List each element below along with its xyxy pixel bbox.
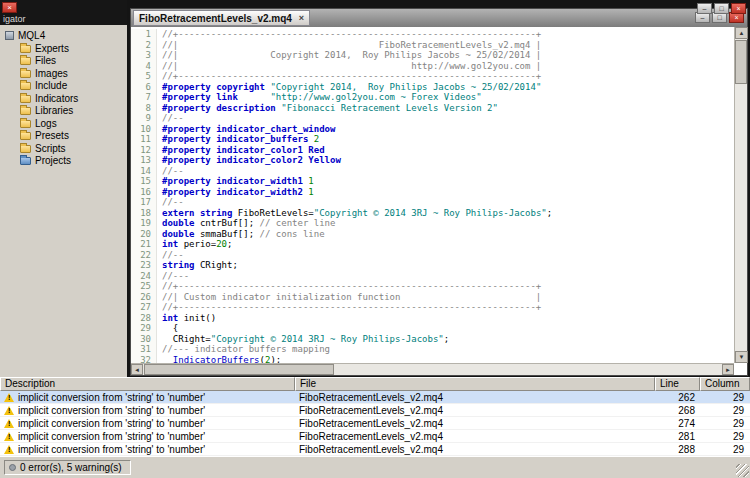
horizontal-scroll-thumb[interactable] [144, 364, 334, 375]
column-header-file[interactable]: File [295, 377, 655, 391]
code-line[interactable]: 1//+------------------------------------… [131, 29, 734, 40]
code-text: #property indicator_color2 Yellow [157, 155, 341, 166]
horizontal-scrollbar[interactable]: ◄ ► [131, 363, 734, 375]
vertical-scrollbar[interactable]: ▲ ▼ [734, 27, 747, 363]
code-token: //-- [162, 250, 184, 260]
code-line[interactable]: 21int perio=20; [131, 239, 734, 250]
warning-row[interactable]: implicit conversion from 'string' to 'nu… [0, 391, 750, 404]
folder-icon [20, 145, 31, 153]
sidebar-item-scripts[interactable]: Scripts [0, 142, 127, 155]
navigator-title: igator [3, 14, 26, 24]
code-token: "Copyright 2014, Roy Philips Jacobs ~ 25… [270, 82, 541, 92]
maximize-button[interactable]: □ [714, 3, 729, 14]
sidebar-item-images[interactable]: Images [0, 67, 127, 80]
sidebar-item-label: Files [35, 55, 56, 66]
code-token: #property indicator_color2 Yellow [162, 155, 341, 165]
code-token: 2 [314, 134, 319, 144]
folder-icon [20, 107, 31, 115]
line-number: 24 [131, 271, 157, 282]
close-button[interactable]: × [731, 3, 746, 14]
line-number: 5 [131, 71, 157, 82]
code-line[interactable]: 12#property indicator_color1 Red [131, 145, 734, 156]
warning-description: implicit conversion from 'string' to 'nu… [18, 404, 205, 416]
code-line[interactable]: 28int init() [131, 313, 734, 324]
code-line[interactable]: 30 CRight="Copyright © 2014 3RJ ~ Roy Ph… [131, 334, 734, 345]
code-line[interactable]: 19double cntrBuf[]; // center line [131, 218, 734, 229]
code-line[interactable]: 7#property link "http://www.gol2you.com … [131, 92, 734, 103]
code-text: #property indicator_width1 1 [157, 176, 314, 187]
sidebar-item-mql4[interactable]: MQL4 [0, 28, 127, 42]
warning-row[interactable]: implicit conversion from 'string' to 'nu… [0, 404, 750, 417]
sidebar-item-indicators[interactable]: Indicators [0, 92, 127, 105]
code-line[interactable]: 5//+------------------------------------… [131, 71, 734, 82]
warning-description-cell: implicit conversion from 'string' to 'nu… [0, 443, 295, 455]
line-number: 30 [131, 334, 157, 345]
sidebar-item-libraries[interactable]: Libraries [0, 105, 127, 118]
warning-description: implicit conversion from 'string' to 'nu… [18, 430, 205, 442]
code-line[interactable]: 15#property indicator_width1 1 [131, 176, 734, 187]
resize-grip-icon[interactable] [736, 464, 749, 477]
warning-row[interactable]: implicit conversion from 'string' to 'nu… [0, 430, 750, 443]
warning-file: FiboRetracementLevels_v2.mq4 [295, 430, 655, 442]
navigator-close-button[interactable]: × [2, 2, 17, 13]
column-header-description[interactable]: Description [0, 377, 295, 391]
code-line[interactable]: 4//| http://www.gol2you.com | [131, 61, 734, 72]
code-line[interactable]: 17//-- [131, 197, 734, 208]
code-line[interactable]: 8#property description "Fibonacci Retrac… [131, 103, 734, 114]
code-line[interactable]: 32 IndicatorBuffers(2); [131, 355, 734, 364]
code-line[interactable]: 24//--- [131, 271, 734, 282]
code-line[interactable]: 23string CRight; [131, 260, 734, 271]
minimize-button[interactable]: – [697, 3, 712, 14]
code-text: CRight="Copyright © 2014 3RJ ~ Roy Phili… [157, 334, 449, 345]
folder-icon [20, 57, 31, 65]
warning-column: 29 [700, 443, 750, 455]
folder-icon [20, 132, 31, 140]
sidebar-item-experts[interactable]: Experts [0, 42, 127, 55]
code-line[interactable]: 3//| Copyright 2014, Roy Philips Jacobs … [131, 50, 734, 61]
sidebar-item-files[interactable]: Files [0, 55, 127, 68]
warning-icon [4, 432, 14, 441]
code-line[interactable]: 26//| Custom indicator initialization fu… [131, 292, 734, 303]
scroll-down-icon[interactable]: ▼ [735, 351, 748, 363]
line-number: 9 [131, 113, 157, 124]
navigator-items: ExpertsFilesImagesIncludeIndicatorsLibra… [0, 42, 127, 167]
sidebar-item-include[interactable]: Include [0, 80, 127, 93]
code-line[interactable]: 20double smmaBuf[]; // cons line [131, 229, 734, 240]
code-token: //+-------------------------------------… [162, 71, 541, 81]
code-line[interactable]: 22//-- [131, 250, 734, 261]
code-line[interactable]: 29 { [131, 323, 734, 334]
code-line[interactable]: 9//-- [131, 113, 734, 124]
editor-tab[interactable]: FiboRetracementLevels_v2.mq4 × [133, 10, 310, 26]
code-text: //+-------------------------------------… [157, 71, 541, 82]
code-token: #property indicator_color1 Red [162, 145, 325, 155]
vertical-scroll-thumb[interactable] [735, 40, 747, 84]
code-line[interactable]: 25//+-----------------------------------… [131, 281, 734, 292]
code-line[interactable]: 2//| FiboRetracementLevels_v2.mq4 | [131, 40, 734, 51]
status-icon [9, 464, 16, 471]
tab-close-icon[interactable]: × [299, 13, 304, 23]
code-editor[interactable]: 1//+------------------------------------… [131, 27, 734, 363]
column-header-line[interactable]: Line [655, 377, 700, 391]
code-text: #property link "http://www.gol2you.com ~… [157, 92, 482, 103]
code-line[interactable]: 13#property indicator_color2 Yellow [131, 155, 734, 166]
sidebar-item-projects[interactable]: Projects [0, 155, 127, 168]
code-line[interactable]: 31//--- indicator buffers mapping [131, 344, 734, 355]
folder-blue-icon [20, 157, 31, 165]
warning-row[interactable]: implicit conversion from 'string' to 'nu… [0, 417, 750, 430]
scroll-up-icon[interactable]: ▲ [735, 27, 748, 39]
code-line[interactable]: 18extern string FiboRetLevels="Copyright… [131, 208, 734, 219]
sidebar-item-presets[interactable]: Presets [0, 130, 127, 143]
code-line[interactable]: 6#property copyright "Copyright 2014, Ro… [131, 82, 734, 93]
sidebar-item-logs[interactable]: Logs [0, 117, 127, 130]
code-line[interactable]: 10#property indicator_chart_window [131, 124, 734, 135]
code-line[interactable]: 27//+-----------------------------------… [131, 302, 734, 313]
code-line[interactable]: 11#property indicator_buffers 2 [131, 134, 734, 145]
folder-icon [20, 120, 31, 128]
code-line[interactable]: 14//-- [131, 166, 734, 177]
column-header-column[interactable]: Column [700, 377, 750, 391]
code-line[interactable]: 16#property indicator_width2 1 [131, 187, 734, 198]
code-token: int [162, 239, 184, 249]
warning-row[interactable]: implicit conversion from 'string' to 'nu… [0, 443, 750, 456]
scroll-left-icon[interactable]: ◄ [131, 364, 143, 375]
scroll-right-icon[interactable]: ► [722, 364, 734, 375]
